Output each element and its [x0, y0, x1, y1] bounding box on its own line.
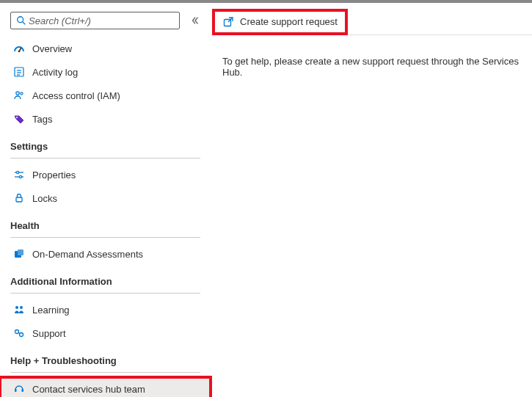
svg-point-21 [20, 333, 23, 337]
section-divider [10, 237, 200, 238]
sidebar-item-label: On-Demand Assessments [32, 249, 143, 260]
assessment-icon [13, 248, 25, 260]
sidebar-item-label: Contact services hub team [32, 384, 145, 395]
sliders-icon [13, 169, 25, 181]
external-link-icon [222, 16, 234, 28]
collapse-sidebar-button[interactable] [190, 15, 200, 26]
description-text: To get help, please create a new support… [211, 35, 532, 78]
headset-icon [13, 383, 25, 395]
sidebar-item-label: Learning [32, 305, 70, 316]
sidebar-item-label: Properties [32, 170, 76, 181]
learning-icon [13, 304, 25, 316]
section-title-health: Health [0, 210, 211, 236]
sidebar-item-contact-services-hub[interactable]: Contact services hub team [0, 377, 211, 397]
svg-point-9 [21, 92, 23, 95]
svg-rect-15 [16, 197, 22, 202]
svg-point-14 [19, 175, 21, 178]
svg-line-1 [23, 22, 26, 25]
sidebar-item-learning[interactable]: Learning [0, 298, 211, 321]
sidebar-item-support[interactable]: Support [0, 321, 211, 345]
search-input-container[interactable] [10, 12, 180, 29]
sidebar-item-on-demand-assessments[interactable]: On-Demand Assessments [0, 242, 211, 266]
sidebar-item-properties[interactable]: Properties [0, 163, 211, 186]
sidebar: Overview Activity log Access control (IA… [0, 3, 211, 397]
svg-rect-23 [15, 389, 17, 392]
svg-point-19 [20, 306, 23, 309]
sidebar-item-activity-log[interactable]: Activity log [0, 60, 211, 84]
sidebar-item-overview[interactable]: Overview [0, 37, 211, 60]
section-divider [10, 158, 200, 159]
sidebar-item-locks[interactable]: Locks [0, 186, 211, 210]
svg-point-20 [15, 330, 19, 334]
lock-icon [13, 192, 25, 204]
section-title-additional: Additional Information [0, 266, 211, 291]
section-title-help: Help + Troubleshooting [0, 345, 211, 371]
support-icon [13, 327, 25, 339]
section-divider [10, 372, 200, 373]
search-input[interactable] [27, 15, 175, 27]
toolbar-button-label: Create support request [240, 16, 338, 27]
sidebar-item-tags[interactable]: Tags [0, 107, 211, 131]
overview-icon [13, 43, 25, 54]
sidebar-item-label: Support [32, 328, 66, 339]
search-row [0, 12, 211, 37]
sidebar-item-label: Tags [32, 114, 52, 125]
sidebar-item-label: Access control (IAM) [32, 90, 120, 101]
svg-rect-24 [22, 389, 24, 392]
tag-icon [13, 113, 25, 125]
svg-point-0 [18, 17, 23, 23]
sidebar-item-label: Activity log [32, 67, 78, 78]
search-icon [15, 15, 27, 26]
sidebar-item-label: Overview [32, 43, 72, 54]
toolbar: Create support request [211, 9, 532, 35]
svg-point-12 [16, 171, 18, 173]
svg-line-22 [18, 333, 20, 334]
section-divider [10, 293, 200, 294]
sidebar-item-access-control[interactable]: Access control (IAM) [0, 84, 211, 107]
svg-rect-17 [18, 250, 23, 255]
section-title-settings: Settings [0, 131, 211, 156]
main-content: Create support request To get help, plea… [211, 3, 532, 397]
svg-point-10 [16, 117, 18, 118]
svg-point-18 [15, 306, 18, 309]
sidebar-item-label: Locks [32, 193, 57, 204]
svg-point-3 [18, 51, 21, 53]
people-icon [13, 90, 25, 101]
create-support-request-button[interactable]: Create support request [215, 12, 345, 32]
svg-point-8 [16, 92, 19, 95]
activity-log-icon [13, 66, 25, 78]
